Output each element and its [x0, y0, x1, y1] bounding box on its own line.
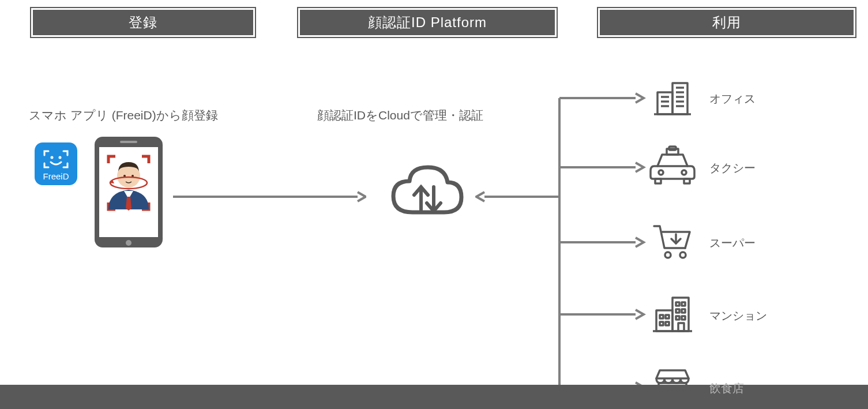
svg-point-36 — [682, 170, 686, 175]
svg-point-2 — [59, 157, 61, 158]
apartment-icon — [652, 294, 693, 335]
subheading-platform: 顔認証IDをCloudで管理・認証 — [317, 107, 483, 123]
use-case-branch-lines — [536, 87, 646, 398]
restaurant-shop-icon — [652, 368, 693, 406]
cloud-sync-icon — [386, 160, 467, 224]
svg-rect-47 — [676, 309, 679, 313]
arrow-register-to-cloud — [173, 191, 366, 202]
svg-rect-53 — [660, 322, 663, 325]
svg-rect-51 — [660, 315, 663, 318]
freeid-app-icon: FreeiD — [35, 142, 77, 185]
svg-rect-55 — [678, 323, 684, 331]
svg-rect-50 — [682, 316, 685, 320]
use-case-taxi-label: タクシー — [709, 160, 756, 176]
svg-rect-6 — [120, 141, 137, 143]
svg-point-40 — [680, 252, 686, 258]
svg-rect-48 — [682, 309, 685, 313]
svg-rect-54 — [666, 322, 669, 325]
svg-rect-43 — [656, 310, 672, 331]
svg-rect-57 — [669, 391, 676, 404]
svg-rect-56 — [659, 383, 686, 404]
svg-rect-49 — [676, 316, 679, 320]
taxi-icon — [649, 145, 696, 187]
svg-rect-46 — [682, 302, 685, 306]
svg-rect-45 — [676, 302, 679, 306]
svg-rect-52 — [666, 315, 669, 318]
phone-face-scan-icon — [91, 134, 166, 250]
header-use-label: 利用 — [600, 10, 854, 35]
header-use: 利用 — [597, 7, 856, 38]
header-register: 登録 — [30, 7, 256, 38]
svg-rect-37 — [655, 179, 661, 183]
svg-rect-42 — [672, 298, 689, 331]
arrow-cloud-from-uses — [475, 191, 539, 202]
subheading-register: スマホ アプリ (FreeiD)から顔登録 — [29, 107, 218, 123]
use-case-office-label: オフィス — [709, 91, 756, 107]
header-platform-label: 顔認証ID Platform — [300, 10, 555, 35]
use-case-apartment-label: マンション — [709, 308, 767, 324]
use-case-restaurant-label: 飲食店 — [709, 381, 744, 396]
svg-rect-22 — [657, 92, 672, 114]
office-icon — [652, 77, 693, 119]
svg-point-35 — [659, 170, 663, 175]
header-register-label: 登録 — [33, 10, 253, 35]
freeid-logo-text: FreeiD — [43, 171, 69, 181]
svg-point-5 — [126, 240, 131, 246]
use-case-supermarket-label: スーパー — [709, 235, 756, 251]
svg-point-1 — [51, 157, 52, 158]
header-platform: 顔認証ID Platform — [297, 7, 558, 38]
supermarket-cart-icon — [652, 223, 693, 261]
svg-point-39 — [665, 252, 671, 258]
svg-rect-38 — [684, 179, 690, 183]
